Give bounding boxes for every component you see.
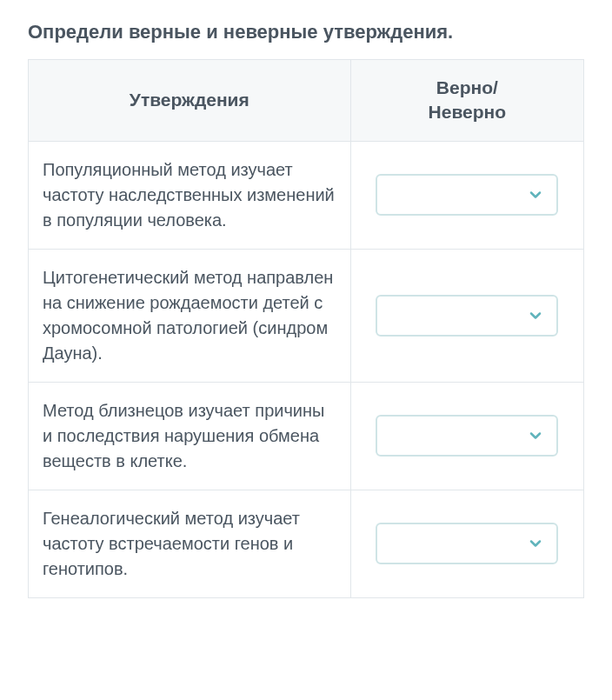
chevron-down-icon bbox=[527, 186, 544, 203]
header-statements: Утверждения bbox=[29, 60, 351, 142]
answer-dropdown[interactable] bbox=[376, 523, 558, 564]
statement-text: Популяционный метод изучает частоту насл… bbox=[29, 141, 351, 249]
table-row: Популяционный метод изучает частоту насл… bbox=[29, 141, 584, 249]
answer-dropdown[interactable] bbox=[376, 415, 558, 457]
statement-text: Метод близнецов изучает причины и послед… bbox=[29, 382, 351, 490]
answer-cell bbox=[350, 141, 583, 249]
header-answer: Верно/Неверно bbox=[350, 60, 583, 142]
table-row: Метод близнецов изучает причины и послед… bbox=[29, 382, 584, 490]
statement-text: Цитогенетический метод направлен на сниж… bbox=[29, 249, 351, 382]
table-row: Генеалогический метод изучает частоту вс… bbox=[29, 490, 584, 597]
page-title: Определи верные и неверные утверждения. bbox=[28, 21, 584, 43]
statement-text: Генеалогический метод изучает частоту вс… bbox=[29, 490, 351, 597]
statements-table: Утверждения Верно/Неверно Популяционный … bbox=[28, 59, 584, 598]
answer-cell bbox=[350, 382, 583, 490]
answer-cell bbox=[350, 249, 583, 382]
answer-dropdown[interactable] bbox=[376, 295, 558, 337]
table-row: Цитогенетический метод направлен на сниж… bbox=[29, 249, 584, 382]
chevron-down-icon bbox=[527, 427, 544, 444]
chevron-down-icon bbox=[527, 535, 544, 552]
chevron-down-icon bbox=[527, 307, 544, 324]
answer-cell bbox=[350, 490, 583, 597]
answer-dropdown[interactable] bbox=[376, 174, 558, 216]
